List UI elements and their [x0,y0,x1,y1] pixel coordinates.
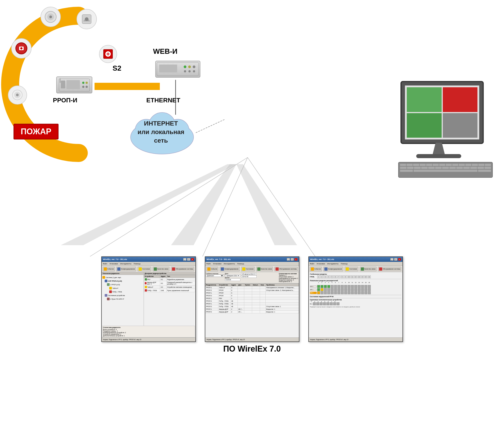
ss1-btn-config[interactable]: Конфигурирование [116,267,136,271]
ss2-menu-tools[interactable]: Инструменты [224,263,235,265]
ss1-btn-state[interactable]: Состояние [138,267,151,271]
glob-cell[interactable]: 9 [344,275,347,278]
pp-cell[interactable] [361,291,364,294]
glob-cell[interactable]: 8 [341,275,344,278]
pp-cell[interactable] [317,285,320,288]
ss1-close[interactable]: ✕ [191,258,194,261]
pp-cell[interactable] [337,291,340,294]
ss3-btn-config[interactable]: Конфигурирование [323,267,343,271]
ss1-menu-settings[interactable]: Установки [109,263,118,265]
pp-cell[interactable] [358,288,361,291]
ss3-close[interactable]: ✕ [398,258,401,261]
glob-cell[interactable]: 7 [337,275,340,278]
pp-cell[interactable] [321,291,324,294]
pp-cell[interactable] [324,285,327,288]
pp-cell[interactable] [341,285,344,288]
pp-cell[interactable] [348,285,350,288]
ss3-maximize[interactable]: □ [394,258,397,261]
pp-cell[interactable] [368,288,371,291]
pp-cell[interactable] [351,285,354,288]
pp-cell[interactable] [334,285,337,288]
ss2-menu-file[interactable]: Файл [206,263,211,265]
pp-cell[interactable] [351,291,354,294]
pp-cell[interactable] [358,291,361,294]
glob-cell[interactable]: 12 [354,275,357,278]
pp-cell[interactable] [317,288,320,291]
ss2-btn-quality[interactable]: Качество связи [256,267,273,271]
ss2-date-from[interactable]: 1 февраля 2014 ▼ [225,275,240,277]
pp-cell[interactable] [354,291,357,294]
ss3-menu-settings[interactable]: Установки [317,263,325,265]
pp-cell[interactable] [327,285,330,288]
ss3-btn-quality[interactable]: Качество связи [360,267,377,271]
group-cell[interactable] [316,302,319,305]
ss1-btn-service[interactable]: Обслуживание системы [171,267,194,271]
ss3-menu-help[interactable]: Помощь [341,263,348,265]
ss2-btn-state[interactable]: Состояние [241,267,255,271]
pp-cell[interactable] [344,288,347,291]
ss2-depth-select[interactable]: Диапазон [206,275,224,277]
ss2-time-from[interactable]: 0:29:35 [225,278,240,281]
pp-cell[interactable] [321,285,324,288]
ss2-close[interactable]: ✕ [294,258,298,261]
pp-cell[interactable] [341,288,344,291]
group-cell[interactable] [313,302,316,305]
ss3-btn-state[interactable]: Состояние [345,267,358,271]
group-cell[interactable] [333,302,336,305]
pp-cell[interactable] [361,285,364,288]
group-cell[interactable] [323,302,326,305]
ss2-maximize[interactable]: □ [291,258,294,261]
pp-cell[interactable] [344,285,347,288]
pp-cell[interactable] [324,288,327,291]
glob-cell[interactable]: 3 [324,275,327,278]
ss1-maximize[interactable]: □ [187,258,190,261]
ss2-menu-settings[interactable]: Установки [213,263,222,265]
glob-cell[interactable]: 11 [351,275,354,278]
ss2-menu-help[interactable]: Помощь [237,263,244,265]
pp-cell[interactable] [331,291,334,294]
pp-cell[interactable] [337,285,340,288]
glob-cell[interactable]: 5 [331,275,334,278]
ss2-minimize[interactable]: _ [287,258,290,261]
ss2-btn-service[interactable]: Обслуживание системы [274,267,298,271]
pp-cell[interactable] [324,291,327,294]
ss1-menu-help[interactable]: Помощь [134,263,141,265]
pp-cell[interactable] [337,288,340,291]
ss1-btn-events[interactable]: События [103,267,115,271]
pp-cell[interactable] [327,288,330,291]
glob-cell[interactable]: 1 [317,275,320,278]
ss3-menu-file[interactable]: Файл [310,263,314,265]
pp-cell[interactable] [368,285,371,288]
pp-cell[interactable] [334,288,337,291]
glob-cell[interactable]: 6 [334,275,337,278]
pp-cell[interactable] [364,291,367,294]
ss2-time-to[interactable]: 23:41:43 [241,275,257,278]
group-cell[interactable] [326,302,329,305]
ss2-btn-config[interactable]: Конфигурирование [220,267,240,271]
ss2-btn-events[interactable]: События [206,267,219,271]
pp-cell[interactable] [321,288,324,291]
group-cell[interactable] [336,302,339,305]
ss2-date-to[interactable]: 25 августа 2014 ▼ [241,273,257,275]
glob-cell[interactable]: 2 [321,275,324,278]
pp-cell[interactable] [364,285,367,288]
pp-cell[interactable] [348,291,350,294]
group-cell[interactable] [330,302,333,305]
pp-cell[interactable] [344,291,347,294]
pp-cell[interactable] [361,288,364,291]
glob-cell[interactable]: 15 [364,275,367,278]
pp-cell[interactable] [341,291,344,294]
pp-cell[interactable] [317,291,320,294]
ss3-menu-tools[interactable]: Инструменты [327,263,339,265]
group-cell[interactable] [320,302,323,305]
ss1-btn-quality[interactable]: Качество связи [153,267,170,271]
ss3-minimize[interactable]: _ [390,258,393,261]
pp-cell[interactable] [354,285,357,288]
pp-cell[interactable] [368,291,371,294]
pp-cell[interactable] [358,285,361,288]
glob-cell[interactable]: 10 [348,275,350,278]
ss3-btn-service[interactable]: Обслуживание системы [378,267,401,271]
ss3-btn-events[interactable]: События [310,267,322,271]
glob-cell[interactable]: 4 [327,275,330,278]
pp-cell[interactable] [354,288,357,291]
